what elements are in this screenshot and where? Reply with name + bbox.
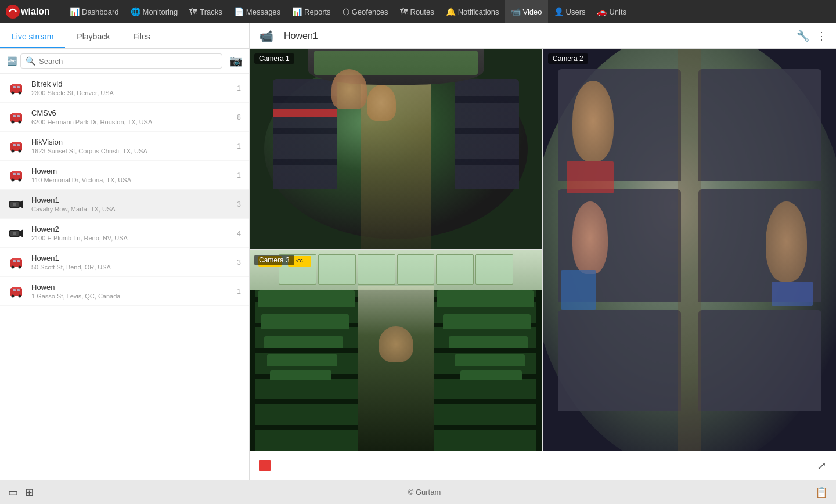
unit-camera-count: 1 bbox=[233, 84, 241, 92]
nav-monitoring[interactable]: 🌐 Monitoring bbox=[125, 0, 184, 23]
unit-bus-icon bbox=[8, 254, 24, 271]
svg-point-35 bbox=[19, 265, 21, 268]
nav-video[interactable]: 📹 Video bbox=[505, 0, 548, 23]
svg-rect-6 bbox=[13, 86, 16, 88]
app-logo[interactable]: wialon bbox=[5, 3, 57, 20]
sort-icon[interactable]: 🔤 bbox=[7, 56, 17, 66]
header-tools: 🔧 ⋮ bbox=[797, 30, 827, 42]
svg-rect-43 bbox=[17, 289, 20, 291]
tab-files[interactable]: Files bbox=[121, 26, 162, 48]
unit-address: 110 Memorial Dr, Victoria, TX, USA bbox=[31, 177, 226, 183]
svg-rect-42 bbox=[13, 289, 16, 291]
video-header: 📹 Howen1 🔧 ⋮ bbox=[250, 23, 836, 49]
unit-address: 1 Gasso St, Levis, QC, Canada bbox=[31, 293, 226, 300]
unit-item-howem[interactable]: Howem 110 Memorial Dr, Victoria, TX, USA… bbox=[0, 161, 249, 190]
svg-rect-12 bbox=[13, 115, 16, 117]
unit-camera-count: 3 bbox=[233, 258, 241, 267]
unit-item-howen[interactable]: Howen 1 Gasso St, Levis, QC, Canada 1 bbox=[0, 277, 249, 306]
unit-address: 6200 Hermann Park Dr, Houston, TX, USA bbox=[31, 118, 226, 125]
nav-tracks[interactable]: 🗺 Tracks bbox=[183, 0, 228, 23]
unit-list: Bitrek vid 2300 Steele St, Denver, USA 1… bbox=[0, 74, 249, 480]
unit-name: Howen1 bbox=[31, 254, 226, 262]
fullscreen-icon[interactable]: ⤢ bbox=[817, 459, 827, 473]
svg-rect-37 bbox=[17, 260, 20, 262]
svg-rect-33 bbox=[12, 258, 21, 260]
unit-info: HikVision 1623 Sunset St, Corpus Christi… bbox=[31, 138, 226, 154]
notes-icon[interactable]: 📋 bbox=[815, 486, 828, 499]
unit-item-bitrek[interactable]: Bitrek vid 2300 Steele St, Denver, USA 1 bbox=[0, 74, 249, 103]
more-options-icon[interactable]: ⋮ bbox=[816, 30, 827, 42]
unit-cam-icon bbox=[8, 225, 24, 242]
stop-button[interactable] bbox=[259, 460, 271, 471]
unit-bus-icon bbox=[8, 167, 24, 183]
video-cell-cam2[interactable]: Camera 2 bbox=[543, 49, 836, 451]
unit-camera-count: 1 bbox=[233, 171, 241, 179]
svg-point-34 bbox=[12, 265, 15, 268]
search-input-wrap[interactable]: 🔍 bbox=[20, 53, 222, 69]
nav-users[interactable]: 👤 Users bbox=[548, 0, 592, 23]
main-area: Live stream Playback Files 🔤 🔍 📷 bbox=[0, 23, 836, 480]
unit-info: Howen 1 Gasso St, Levis, QC, Canada bbox=[31, 283, 226, 300]
svg-rect-39 bbox=[12, 287, 21, 289]
unit-camera-count: 1 bbox=[233, 287, 241, 296]
nav-dashboard[interactable]: 📊 Dashboard bbox=[64, 0, 125, 23]
svg-point-40 bbox=[12, 294, 15, 297]
svg-rect-24 bbox=[13, 173, 16, 175]
view-tabs: Live stream Playback Files bbox=[0, 23, 249, 49]
grid-icon[interactable]: ⊞ bbox=[25, 486, 34, 499]
notifications-icon: 🔔 bbox=[446, 7, 456, 16]
nav-notifications[interactable]: 🔔 Notifications bbox=[440, 0, 505, 23]
svg-rect-15 bbox=[12, 142, 21, 144]
nav-geofences[interactable]: ⬡ Geofences bbox=[337, 0, 394, 23]
tab-live-stream[interactable]: Live stream bbox=[0, 26, 65, 48]
unit-item-cmsv6[interactable]: CMSv6 6200 Hermann Park Dr, Houston, TX,… bbox=[0, 103, 249, 132]
unit-name: HikVision bbox=[31, 138, 226, 146]
nav-routes[interactable]: 🗺 Routes bbox=[394, 0, 440, 23]
svg-rect-19 bbox=[17, 144, 20, 146]
geofences-icon: ⬡ bbox=[343, 7, 349, 16]
copyright-text: © Gurtam bbox=[41, 488, 808, 496]
unit-camera-count: 4 bbox=[233, 229, 241, 237]
nav-units[interactable]: 🚗 Units bbox=[591, 0, 632, 23]
dashboard-icon: 📊 bbox=[70, 7, 80, 16]
camera-3-label: Camera 3 bbox=[254, 255, 294, 265]
routes-icon: 🗺 bbox=[400, 7, 408, 16]
nav-reports[interactable]: 📊 Reports bbox=[286, 0, 337, 23]
users-icon: 👤 bbox=[554, 7, 564, 16]
tab-playback[interactable]: Playback bbox=[65, 26, 121, 48]
unit-bus-icon bbox=[8, 80, 24, 96]
svg-point-5 bbox=[19, 91, 21, 94]
unit-name: Howen bbox=[31, 283, 226, 291]
search-magnifier-icon: 🔍 bbox=[26, 56, 35, 66]
unit-item-howen1-selected[interactable]: Howen1 Cavalry Row, Marfa, TX, USA 3 bbox=[0, 190, 249, 219]
svg-point-11 bbox=[19, 120, 21, 123]
svg-rect-13 bbox=[17, 115, 20, 117]
svg-rect-36 bbox=[13, 260, 16, 262]
settings-icon[interactable]: 🔧 bbox=[797, 30, 809, 42]
unit-address: Cavalry Row, Marfa, TX, USA bbox=[31, 206, 226, 213]
unit-info: Bitrek vid 2300 Steele St, Denver, USA bbox=[31, 80, 226, 96]
sidebar-toggle-icon[interactable]: ▭ bbox=[8, 486, 18, 499]
svg-point-16 bbox=[12, 149, 15, 152]
unit-item-howen1b[interactable]: Howen1 50 Scott St, Bend, OR, USA 3 bbox=[0, 248, 249, 277]
left-panel: Live stream Playback Files 🔤 🔍 📷 bbox=[0, 23, 250, 480]
search-input[interactable] bbox=[39, 57, 217, 66]
svg-point-10 bbox=[12, 120, 15, 123]
video-icon: 📹 bbox=[511, 7, 521, 16]
camera-2-label: Camera 2 bbox=[548, 53, 588, 64]
unit-address: 2300 Steele St, Denver, USA bbox=[31, 89, 226, 96]
unit-item-howen2[interactable]: Howen2 2100 E Plumb Ln, Reno, NV, USA 4 bbox=[0, 219, 249, 248]
unit-bus-icon bbox=[8, 283, 24, 300]
unit-item-hikvision[interactable]: HikVision 1623 Sunset St, Corpus Christi… bbox=[0, 132, 249, 161]
svg-rect-25 bbox=[17, 173, 20, 175]
nav-messages[interactable]: 📄 Messages bbox=[228, 0, 286, 23]
video-cell-cam3[interactable]: Camera 3 bbox=[250, 250, 542, 451]
unit-name: Howen2 bbox=[31, 225, 226, 233]
camera-toggle-icon[interactable]: 📷 bbox=[229, 55, 242, 67]
unit-address: 1623 Sunset St, Corpus Christi, TX, USA bbox=[31, 147, 226, 154]
video-cell-cam1[interactable]: Camera 1 bbox=[250, 49, 542, 249]
unit-camera-count: 1 bbox=[233, 142, 241, 150]
unit-info: Howem 110 Memorial Dr, Victoria, TX, USA bbox=[31, 167, 226, 183]
unit-camera-count: 8 bbox=[233, 113, 241, 121]
unit-address: 2100 E Plumb Ln, Reno, NV, USA bbox=[31, 235, 226, 242]
